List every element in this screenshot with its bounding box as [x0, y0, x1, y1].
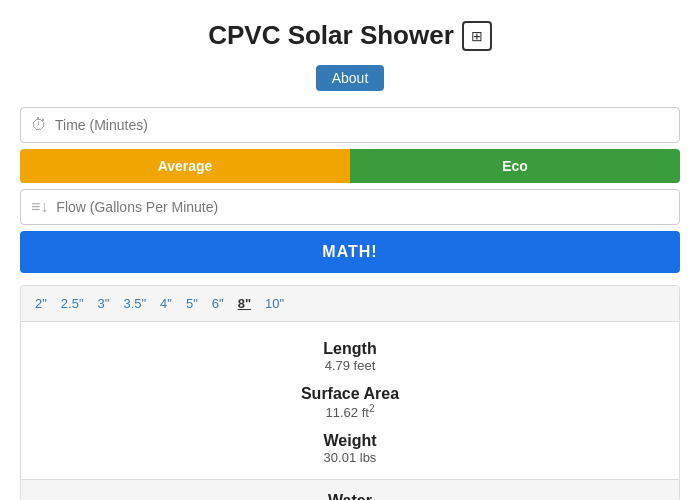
calculator-icon: ⊞: [462, 21, 492, 51]
app-title: CPVC Solar Shower: [208, 20, 454, 51]
water-result: Water 12.50 gallons 104.13 lbs: [21, 479, 679, 500]
pipe-tab-4[interactable]: 4": [160, 296, 172, 311]
pipe-tab-2-5[interactable]: 2.5": [61, 296, 84, 311]
time-input[interactable]: [55, 117, 669, 133]
math-button[interactable]: MATH!: [20, 231, 680, 273]
length-label: Length: [41, 340, 659, 358]
average-toggle[interactable]: Average: [20, 149, 350, 183]
surface-area-result: Surface Area 11.62 ft2: [21, 379, 679, 426]
length-result: Length 4.79 feet: [21, 334, 679, 379]
time-icon: ⏱: [31, 116, 47, 134]
flow-input-group: ≡↓: [20, 189, 680, 225]
pipe-tab-3[interactable]: 3": [98, 296, 110, 311]
pipe-tab-5[interactable]: 5": [186, 296, 198, 311]
about-button-container: About: [20, 65, 680, 91]
surface-area-label: Surface Area: [41, 385, 659, 403]
length-value: 4.79 feet: [41, 358, 659, 373]
weight-value: 30.01 lbs: [41, 450, 659, 465]
pipe-tab-6[interactable]: 6": [212, 296, 224, 311]
pipe-tab-3-5[interactable]: 3.5": [123, 296, 146, 311]
eco-toggle[interactable]: Eco: [350, 149, 680, 183]
pipe-tab-10[interactable]: 10": [265, 296, 284, 311]
weight-result: Weight 30.01 lbs: [21, 426, 679, 471]
water-label: Water: [41, 492, 659, 500]
pipe-tabs: 2" 2.5" 3" 3.5" 4" 5" 6" 8" 10": [21, 286, 679, 322]
flow-input[interactable]: [56, 199, 669, 215]
app-header: CPVC Solar Shower ⊞: [20, 20, 680, 51]
weight-label: Weight: [41, 432, 659, 450]
mode-toggle: Average Eco: [20, 149, 680, 183]
pipe-tab-2[interactable]: 2": [35, 296, 47, 311]
pipe-tab-8[interactable]: 8": [238, 296, 251, 311]
surface-area-value: 11.62 ft2: [41, 403, 659, 420]
about-button[interactable]: About: [316, 65, 385, 91]
results-main: Length 4.79 feet Surface Area 11.62 ft2 …: [21, 322, 679, 471]
flow-icon: ≡↓: [31, 198, 48, 216]
time-input-group: ⏱: [20, 107, 680, 143]
results-container: 2" 2.5" 3" 3.5" 4" 5" 6" 8" 10" Length 4…: [20, 285, 680, 500]
